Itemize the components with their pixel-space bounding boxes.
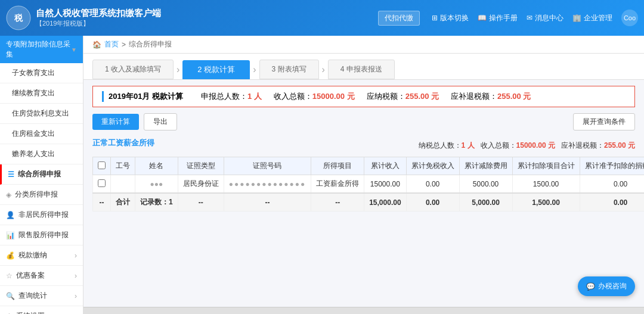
sidebar-item-tax-payment[interactable]: 💰 税款缴纳 › [0, 245, 83, 266]
version-switch-btn[interactable]: ⊞ 版本切换 [432, 13, 469, 23]
sidebar-item-child-edu[interactable]: 子女教育支出 [0, 63, 83, 83]
col-cumulative-income: 累计收入 [364, 157, 406, 175]
content-body: 2019年01月 税款计算 申报总人数：1 人 收入总额：15000.00 元 … [83, 80, 644, 307]
cell-id [111, 175, 135, 194]
header: 税 自然人税收管理系统扣缴客户端 【2019年报税版】 代扣代缴 ⊞ 版本切换 … [0, 0, 644, 36]
svg-text:税: 税 [14, 13, 23, 23]
app-title-group: 自然人税收管理系统扣缴客户端 【2019年报税版】 [36, 8, 378, 28]
col-name: 姓名 [135, 157, 178, 175]
money-icon: 💰 [6, 251, 15, 260]
home-icon: 🏠 [92, 41, 101, 49]
col-id-no: 证照号码 [224, 157, 311, 175]
cell-name: ●●● [135, 175, 178, 194]
sidebar-item-restricted-stock[interactable]: 📊 限售股所得申报 [0, 225, 83, 245]
summary-bar: 2019年01月 税款计算 申报总人数：1 人 收入总额：15000.00 元 … [92, 86, 635, 107]
tab-income[interactable]: 1 收入及减除填写 [92, 60, 174, 79]
sidebar-item-nonresident[interactable]: 👤 非居民所得申报 [0, 205, 83, 225]
tab-arrow-1: › [177, 64, 179, 75]
col-donation: 累计准予扣除的捐赠额 [580, 157, 644, 175]
app-subtitle: 【2019年报税版】 [36, 19, 378, 28]
tab-arrow-3: › [322, 64, 325, 75]
sidebar-section-header[interactable]: 专项附加扣除信息采集 ▼ [0, 36, 83, 63]
export-button[interactable]: 导出 [144, 113, 177, 130]
chevron-right-icon2: › [75, 272, 77, 280]
cell-income-type: 工资薪金所得 [311, 175, 364, 194]
section-stats: 纳税总人数：1 人 收入总额：15000.00 元 应补退税额：255.00 元 [419, 141, 635, 151]
footer-total-label: 合计 [111, 193, 135, 212]
col-checkbox [93, 157, 111, 175]
chevron-right-icon3: › [75, 292, 77, 300]
refund-amount: 应补退税额：255.00 元 [451, 91, 531, 102]
tab-tax-calc[interactable]: 2 税款计算 [182, 60, 250, 79]
recalculate-button[interactable]: 重新计算 [92, 114, 139, 130]
cell-id-no: ●●●●●●●●●●●●●● [224, 175, 311, 194]
table-row: ●●● 居民身份证 ●●●●●●●●●●●●●● 工资薪金所得 15000.00… [93, 175, 645, 194]
cell-donation: 0.00 [580, 175, 644, 194]
tab-arrow-2: › [253, 64, 256, 75]
tab-appendix[interactable]: 3 附表填写 [259, 60, 319, 79]
app-title: 自然人税收管理系统扣缴客户端 [36, 8, 378, 19]
app-logo: 税 [6, 5, 31, 30]
footer-cumulative-income: 15,000.00 [364, 193, 406, 212]
manual-btn[interactable]: 📖 操作手册 [478, 13, 518, 23]
consult-button[interactable]: 💬 办税咨询 [578, 276, 635, 296]
sidebar-item-elderly[interactable]: 赡养老人支出 [0, 144, 83, 164]
cell-deduction-total: 1500.00 [512, 175, 580, 194]
header-nav: ⊞ 版本切换 📖 操作手册 ✉ 消息中心 🏢 企业管理 Coo [432, 10, 638, 26]
gear-icon: ⚙ [6, 312, 13, 315]
section-title: 正常工资薪金所得 [92, 138, 154, 148]
enterprise-mgmt-btn[interactable]: 🏢 企业管理 [572, 13, 612, 23]
book-icon: 📖 [478, 14, 487, 22]
message-icon: ✉ [527, 14, 532, 22]
col-id-type: 证照类型 [178, 157, 224, 175]
breadcrumb-home[interactable]: 首页 [104, 39, 119, 49]
footer-record-count: 记录数：1 [135, 193, 178, 212]
tax-amount: 应纳税额：255.00 元 [367, 91, 439, 102]
footer-sep3: -- [224, 193, 311, 212]
breadcrumb: 🏠 首页 > 综合所得申报 [83, 36, 644, 54]
star-icon: ☆ [6, 272, 13, 280]
chart-icon: 📊 [6, 231, 15, 240]
sidebar-item-classified[interactable]: ◈ 分类所得申报 [0, 185, 83, 205]
chevron-down-icon: ▼ [71, 46, 77, 53]
report-count: 申报总人数：1 人 [201, 91, 262, 102]
breadcrumb-sep: > [122, 41, 126, 49]
search-icon: 🔍 [6, 292, 15, 300]
footer-deduction-total: 1,500.00 [512, 193, 580, 212]
select-all-checkbox[interactable] [98, 161, 106, 169]
horizontal-scrollbar[interactable] [83, 307, 644, 314]
sidebar-item-cont-edu[interactable]: 继续教育支出 [0, 83, 83, 104]
summary-title: 2019年01月 税款计算 [102, 91, 183, 102]
message-center-btn[interactable]: ✉ 消息中心 [527, 13, 564, 23]
col-income-type: 所得项目 [311, 157, 364, 175]
row-checkbox[interactable] [98, 179, 106, 187]
sidebar: 专项附加扣除信息采集 ▼ 子女教育支出 继续教育支出 住房贷款利息支出 住房租金… [0, 36, 83, 314]
cell-tax-free: 0.00 [406, 175, 459, 194]
sidebar-item-settings[interactable]: ⚙ 系统设置 [0, 306, 83, 314]
tab-submit[interactable]: 4 申报表报送 [328, 60, 395, 79]
expand-conditions-button[interactable]: 展开查询条件 [573, 113, 635, 130]
cell-cumulative-income: 15000.00 [364, 175, 406, 194]
col-tax-free: 累计免税收入 [406, 157, 459, 175]
col-deduction: 累计减除费用 [459, 157, 512, 175]
chevron-right-icon: › [75, 251, 77, 260]
sidebar-item-housing-loan[interactable]: 住房贷款利息支出 [0, 104, 83, 124]
sidebar-item-query[interactable]: 🔍 查询统计 › [0, 286, 83, 306]
tab-bar: 1 收入及减除填写 › 2 税款计算 › 3 附表填写 › 4 申报表报送 [83, 54, 644, 80]
footer-sep4: -- [311, 193, 364, 212]
col-id: 工号 [111, 157, 135, 175]
sidebar-item-housing-rent[interactable]: 住房租金支出 [0, 124, 83, 144]
cell-deduction: 5000.00 [459, 175, 512, 194]
sidebar-item-preferential[interactable]: ☆ 优惠备案 › [0, 266, 83, 286]
version-icon: ⊞ [432, 14, 438, 22]
table-header-row: 工号 姓名 证照类型 证照号码 所得项目 累计收入 累计免税收入 累计减除费用 … [93, 157, 645, 175]
footer-tax-free: 0.00 [406, 193, 459, 212]
user-avatar[interactable]: Coo [621, 10, 638, 26]
footer-donation: 0.00 [580, 193, 644, 212]
footer-sep1: -- [93, 193, 111, 212]
cell-id-type: 居民身份证 [178, 175, 224, 194]
footer-sep2: -- [178, 193, 224, 212]
table-footer-row: -- 合计 记录数：1 -- -- -- 15,000.00 0.00 5,00… [93, 193, 645, 212]
action-bar: 重新计算 导出 展开查询条件 [92, 113, 635, 130]
sidebar-item-comprehensive[interactable]: ☰ 综合所得申报 [0, 164, 83, 185]
